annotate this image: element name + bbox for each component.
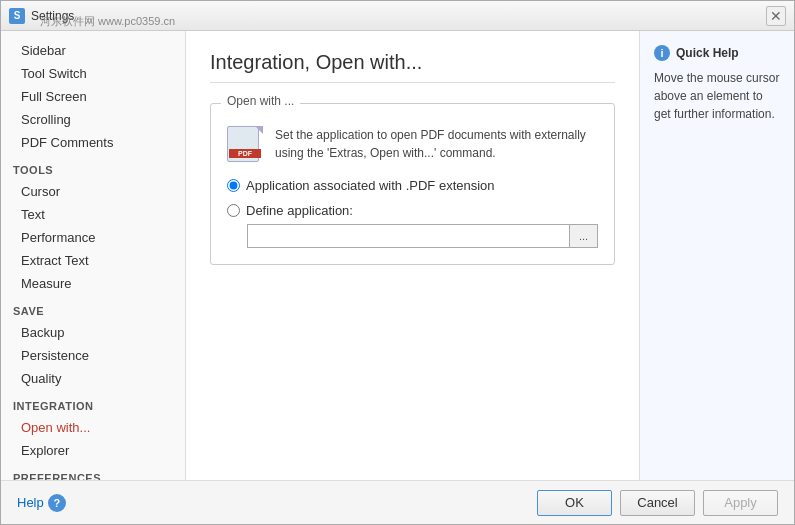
sidebar-item-tool-switch[interactable]: Tool Switch: [1, 62, 185, 85]
help-header: i Quick Help: [654, 45, 780, 61]
pdf-icon-label: PDF: [229, 149, 261, 158]
window-title: Settings: [31, 9, 74, 23]
main-panel: Integration, Open with... Open with ... …: [186, 31, 639, 480]
ok-button[interactable]: OK: [537, 490, 612, 516]
sidebar-item-cursor[interactable]: Cursor: [1, 180, 185, 203]
app-icon: S: [9, 8, 25, 24]
help-link-icon: ?: [48, 494, 66, 512]
sidebar-item-open-with[interactable]: Open with...: [1, 416, 185, 439]
sidebar-item-backup[interactable]: Backup: [1, 321, 185, 344]
content-area: Sidebar Tool Switch Full Screen Scrollin…: [1, 31, 794, 480]
radio-option1[interactable]: [227, 179, 240, 192]
cancel-button[interactable]: Cancel: [620, 490, 695, 516]
sidebar-item-persistence[interactable]: Persistence: [1, 344, 185, 367]
pdf-icon: PDF: [227, 126, 263, 162]
sidebar-item-scrolling[interactable]: Scrolling: [1, 108, 185, 131]
help-link-text: Help: [17, 495, 44, 510]
apply-button[interactable]: Apply: [703, 490, 778, 516]
sidebar-item-full-screen[interactable]: Full Screen: [1, 85, 185, 108]
open-with-group-label: Open with ...: [221, 94, 300, 108]
sidebar-section-integration: INTEGRATION: [1, 390, 185, 416]
radio-option1-text: Application associated with .PDF extensi…: [246, 178, 495, 193]
help-link[interactable]: Help ?: [17, 494, 529, 512]
sidebar-item-text[interactable]: Text: [1, 203, 185, 226]
radio-group: Application associated with .PDF extensi…: [227, 178, 598, 218]
sidebar-item-sidebar[interactable]: Sidebar: [1, 39, 185, 62]
open-with-description: Set the application to open PDF document…: [275, 126, 598, 162]
sidebar-item-performance[interactable]: Performance: [1, 226, 185, 249]
help-title: Quick Help: [676, 46, 739, 60]
sidebar-item-pdf-comments[interactable]: PDF Comments: [1, 131, 185, 154]
radio-option2[interactable]: [227, 204, 240, 217]
sidebar: Sidebar Tool Switch Full Screen Scrollin…: [1, 31, 186, 480]
sidebar-item-measure[interactable]: Measure: [1, 272, 185, 295]
titlebar: S Settings 河东软件网 www.pc0359.cn ✕: [1, 1, 794, 31]
sidebar-section-save: SAVE: [1, 295, 185, 321]
open-with-row: PDF Set the application to open PDF docu…: [227, 126, 598, 162]
open-with-group: Open with ... PDF Set the application to…: [210, 103, 615, 265]
sidebar-item-explorer[interactable]: Explorer: [1, 439, 185, 462]
define-input-row: ...: [247, 224, 598, 248]
sidebar-item-quality[interactable]: Quality: [1, 367, 185, 390]
footer: Help ? OK Cancel Apply: [1, 480, 794, 524]
sidebar-section-preferences: PREFERENCES: [1, 462, 185, 480]
settings-window: S Settings 河东软件网 www.pc0359.cn ✕ Sidebar…: [0, 0, 795, 525]
help-panel: i Quick Help Move the mouse cursor above…: [639, 31, 794, 480]
help-icon: i: [654, 45, 670, 61]
close-button[interactable]: ✕: [766, 6, 786, 26]
help-text: Move the mouse cursor above an element t…: [654, 69, 780, 123]
footer-left: Help ?: [17, 494, 529, 512]
browse-button[interactable]: ...: [570, 224, 598, 248]
radio-option2-text: Define application:: [246, 203, 353, 218]
titlebar-left: S Settings 河东软件网 www.pc0359.cn: [9, 8, 74, 24]
sidebar-section-tools: TOOLS: [1, 154, 185, 180]
sidebar-item-extract-text[interactable]: Extract Text: [1, 249, 185, 272]
radio-option1-label[interactable]: Application associated with .PDF extensi…: [227, 178, 598, 193]
define-application-input[interactable]: [247, 224, 570, 248]
page-title: Integration, Open with...: [210, 51, 615, 83]
radio-option2-label[interactable]: Define application:: [227, 203, 598, 218]
